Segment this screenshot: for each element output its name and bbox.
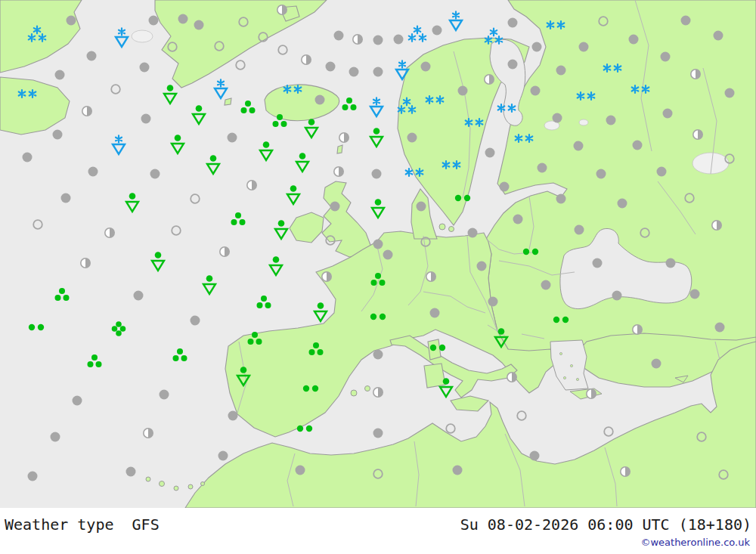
cloudy-symbol (134, 291, 144, 301)
partly-cloudy-symbol (633, 325, 642, 334)
partly-cloudy-symbol (144, 429, 153, 438)
cloudy-symbol (87, 51, 97, 61)
cloudy-symbol (513, 215, 523, 224)
cloudy-symbol (126, 467, 136, 477)
shetland (337, 145, 342, 153)
partly-cloudy-symbol (81, 258, 90, 268)
cloudy-symbol (532, 42, 542, 52)
cloudy-symbol (73, 396, 82, 406)
partly-cloudy-symbol (339, 133, 349, 142)
cloudy-symbol (612, 291, 622, 301)
caption-bar: Weather type GFS Su 08-02-2026 06:00 UTC… (0, 508, 756, 554)
cloudy-symbol (681, 16, 691, 26)
cloudy-symbol (178, 14, 188, 24)
cloudy-symbol (531, 86, 541, 96)
cloudy-symbol (421, 62, 431, 72)
cloudy-symbol (28, 472, 38, 481)
cloudy-symbol (218, 451, 228, 461)
cloudy-symbol (372, 169, 382, 179)
credit-link[interactable]: ©weatheronline.co.uk (640, 537, 750, 548)
partly-cloudy-symbol (373, 388, 383, 397)
cloudy-symbol (228, 133, 237, 143)
lake (579, 119, 588, 125)
islet (160, 481, 165, 487)
cloudy-symbol (530, 451, 540, 461)
weather-map (0, 0, 756, 508)
sardinia (424, 364, 445, 388)
islet (146, 477, 150, 481)
greek-islet (559, 352, 562, 354)
partly-cloudy-symbol (587, 389, 596, 398)
partly-cloudy-symbol (277, 5, 287, 14)
cloudy-symbol (508, 18, 518, 28)
cloudy-symbol (417, 202, 426, 212)
cloudy-symbol (657, 167, 667, 177)
cloudy-symbol (383, 250, 393, 260)
islet (351, 390, 357, 396)
cloudy-symbol (53, 130, 63, 140)
cloudy-symbol (373, 36, 383, 45)
lake (132, 30, 153, 42)
cloudy-symbol (51, 432, 60, 442)
cloudy-symbol (618, 199, 627, 209)
cloudy-symbol (593, 258, 603, 268)
cloudy-symbol (160, 390, 169, 400)
partly-cloudy-symbol (322, 272, 331, 281)
partly-cloudy-symbol (82, 107, 91, 116)
islet (449, 227, 454, 232)
cloudy-symbol (194, 20, 204, 30)
cloudy-symbol (373, 240, 383, 249)
cloudy-symbol (349, 67, 359, 77)
greek-islet (576, 378, 578, 380)
cloudy-symbol (666, 258, 676, 268)
partly-cloudy-symbol (334, 167, 343, 176)
partly-cloudy-symbol (220, 247, 229, 256)
islet (174, 486, 178, 491)
partly-cloudy-symbol (691, 70, 700, 79)
cloudy-symbol (432, 26, 442, 36)
cloudy-symbol (538, 163, 547, 173)
cloudy-symbol (541, 280, 551, 290)
cloudy-symbol (663, 109, 673, 119)
cloudy-symbol (661, 52, 671, 62)
partly-cloudy-symbol (105, 228, 114, 237)
partly-cloudy-symbol (485, 75, 494, 84)
greek-islet (563, 376, 565, 379)
cloudy-symbol (67, 16, 76, 26)
cloudy-symbol (575, 225, 584, 235)
partly-cloudy-symbol (712, 221, 721, 230)
map-title: Weather type GFS (5, 515, 160, 534)
cloudy-symbol (714, 31, 723, 41)
cloudy-symbol (579, 42, 589, 52)
cloudy-symbol (88, 167, 98, 177)
partly-cloudy-symbol (507, 373, 516, 382)
cloudy-symbol (373, 429, 383, 438)
cloudy-symbol (430, 308, 440, 318)
cloudy-symbol (23, 153, 33, 162)
cloudy-symbol (373, 67, 383, 77)
cloudy-symbol (606, 116, 616, 125)
cloudy-symbol (140, 63, 150, 73)
cloudy-symbol (596, 169, 606, 179)
cloudy-symbol (458, 86, 468, 96)
partly-cloudy-symbol (426, 272, 435, 281)
cloudy-symbol (715, 323, 725, 333)
partly-cloudy-symbol (693, 130, 702, 139)
cloudy-symbol (690, 289, 700, 299)
cloudy-symbol (500, 182, 510, 192)
islet (365, 386, 370, 392)
cloudy-symbol (553, 113, 562, 123)
cloudy-symbol (508, 60, 518, 70)
cloudy-symbol (228, 411, 238, 421)
timestamp: Su 08-02-2026 06:00 UTC (18+180) (460, 515, 751, 534)
cloudy-symbol (373, 350, 383, 360)
partly-cloudy-symbol (621, 467, 630, 476)
cloudy-symbol (55, 70, 65, 80)
partly-cloudy-symbol (353, 35, 362, 44)
cloudy-symbol (61, 193, 71, 203)
cloudy-symbol (296, 466, 305, 475)
cloudy-symbol (407, 133, 417, 143)
cloudy-symbol (488, 297, 498, 307)
islet (439, 224, 445, 230)
cloudy-symbol (633, 141, 643, 150)
